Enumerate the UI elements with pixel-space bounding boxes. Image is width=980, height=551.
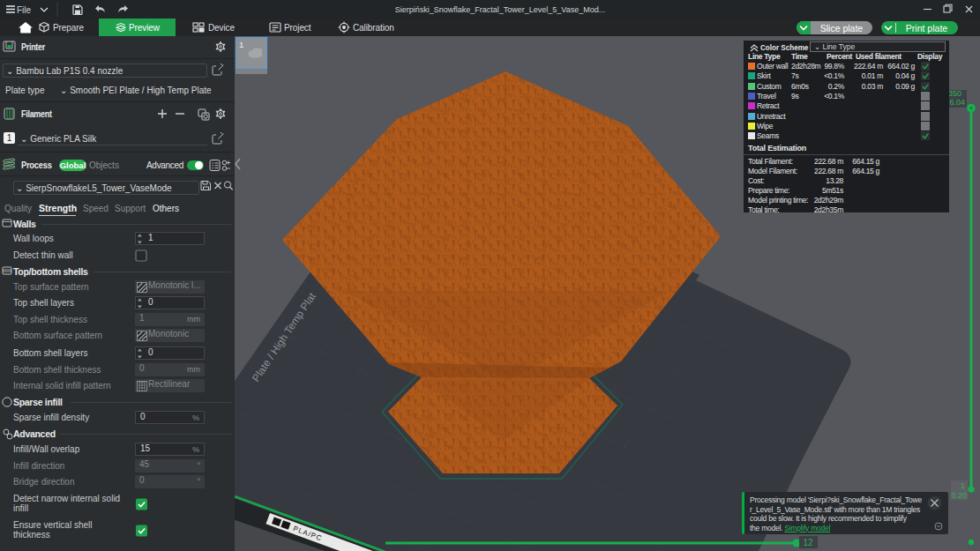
svg-text:1: 1 [239,40,243,49]
svg-text:1: 1 [961,481,965,490]
svg-text:0.20: 0.20 [951,491,967,500]
svg-text:12: 12 [803,538,813,547]
svg-text:350: 350 [948,89,961,98]
